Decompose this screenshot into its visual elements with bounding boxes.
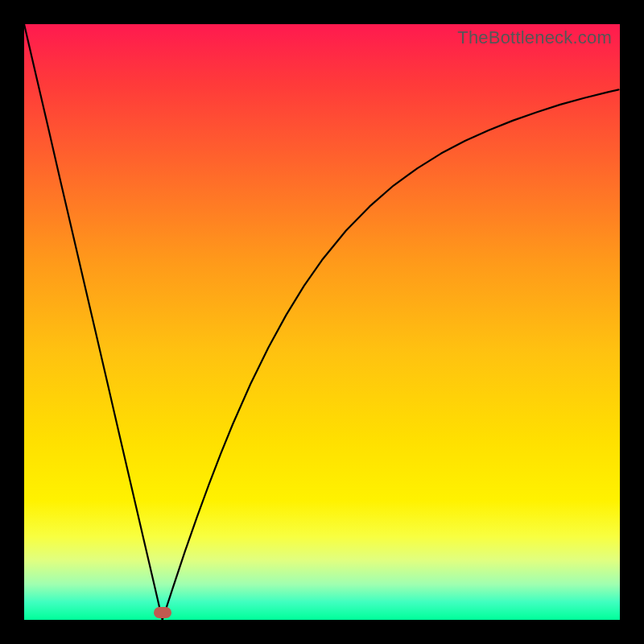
curve-layer [24, 24, 620, 620]
plot-area: TheBottleneck.com [24, 24, 620, 620]
optimal-point-marker [154, 607, 171, 618]
chart-frame: TheBottleneck.com [0, 0, 644, 644]
bottleneck-curve [24, 24, 619, 620]
